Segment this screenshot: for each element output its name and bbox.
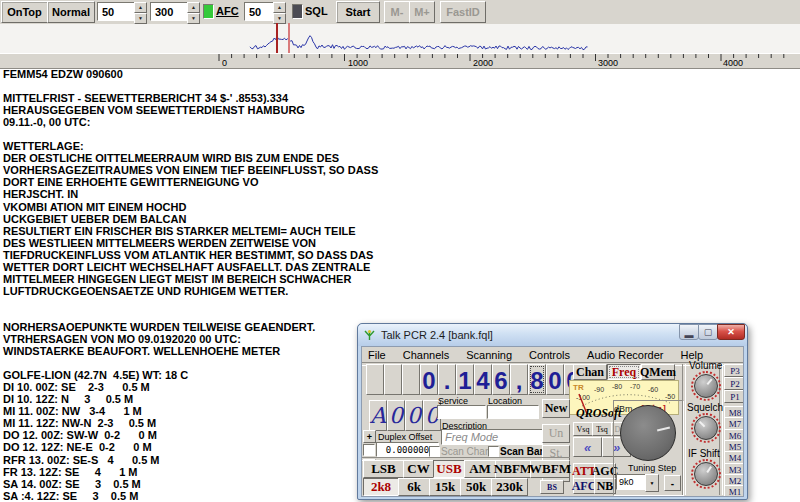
maximize-button[interactable]: ▢ <box>698 324 718 340</box>
freq-digit-1[interactable] <box>384 364 402 395</box>
afc-toggle[interactable]: AFC <box>216 5 239 17</box>
if-shift-knob[interactable] <box>691 459 721 489</box>
space-tone-marker[interactable] <box>288 23 290 53</box>
filter-230k-button[interactable]: 230k <box>491 478 528 496</box>
ruler-label-2000: 2000 <box>473 58 493 68</box>
shift-input[interactable]: 300 <box>150 2 192 21</box>
mode-lsb-button[interactable]: LSB <box>363 460 404 478</box>
location-input[interactable] <box>487 405 539 419</box>
freq-tab[interactable]: Freq <box>607 364 641 380</box>
maximize-icon: ▢ <box>704 327 713 337</box>
scan-down-button[interactable]: « <box>573 437 602 457</box>
fastid-button[interactable]: FastID <box>440 1 486 23</box>
un-button[interactable]: Un <box>542 424 570 443</box>
frequency-ruler[interactable]: 0 1000 2000 3000 4000 <box>0 53 800 69</box>
scan-bank-checkbox[interactable] <box>488 446 499 457</box>
vsq-button[interactable]: Vsq <box>573 422 593 436</box>
if-shift-knob-pointer-icon <box>706 466 712 473</box>
mode-wbfm-button[interactable]: WBFM <box>530 460 570 478</box>
freq-digit-3[interactable]: 0 <box>420 364 438 395</box>
filter-2k8-button[interactable]: 2k8 <box>363 478 399 496</box>
freq-digit-5[interactable]: 1 <box>456 364 474 395</box>
sql-led-icon <box>292 4 303 19</box>
channel-char-0[interactable]: A <box>369 400 387 431</box>
tuning-step-dropdown-icon[interactable]: ▼ <box>645 474 659 492</box>
mark-tone-marker[interactable] <box>276 23 278 53</box>
start-button[interactable]: Start <box>336 1 380 23</box>
normal-button[interactable]: Normal <box>47 1 95 23</box>
pcr-window-title: Talk PCR 2.4 [bank.fql] <box>381 329 493 341</box>
freq-digit-2[interactable] <box>402 364 420 395</box>
afc-button[interactable]: AFC <box>573 478 595 494</box>
volume-knob[interactable] <box>691 371 721 401</box>
service-input[interactable] <box>437 405 486 419</box>
freq-digit-7[interactable]: 6 <box>492 364 510 395</box>
p3-button[interactable]: P3 <box>724 364 744 377</box>
tuning-step-select[interactable]: 9k0 <box>616 474 647 490</box>
tuning-knob[interactable] <box>620 405 676 461</box>
tsq-button[interactable]: Tsq <box>592 422 612 436</box>
minimize-button[interactable]: ▬ <box>679 324 699 340</box>
freq-digit-6[interactable]: 4 <box>474 364 492 395</box>
speed-down-icon[interactable]: ▼ <box>134 13 147 24</box>
scan-chan-checkbox[interactable] <box>429 446 440 457</box>
menu-channels[interactable]: Channels <box>403 349 449 361</box>
chevron-left-icon: « <box>584 440 591 455</box>
afc-value-stepper[interactable]: ▲ ▼ <box>273 2 286 24</box>
channel-char-2[interactable]: 0 <box>405 400 423 431</box>
shift-down-icon[interactable]: ▼ <box>187 13 200 24</box>
p1-button[interactable]: P1 <box>724 390 744 403</box>
tuning-step-minus-button[interactable]: - <box>664 475 681 491</box>
ontop-button[interactable]: OnTop <box>1 1 48 23</box>
minimize-icon: ▬ <box>685 330 694 340</box>
channel-char-1[interactable]: 0 <box>387 400 405 431</box>
shift-up-icon[interactable]: ▲ <box>187 2 200 13</box>
memory-plus-button[interactable]: M+ <box>409 1 435 23</box>
volume-knob-pointer-icon <box>707 378 713 385</box>
memory-channel-display[interactable]: A 0 0 0 <box>369 400 441 431</box>
menu-file[interactable]: File <box>368 349 386 361</box>
frequency-display[interactable]: 0 . 1 4 6 , 8 0 0 <box>366 364 582 395</box>
spectrum-display[interactable] <box>0 24 800 53</box>
close-button[interactable]: ✕ <box>717 324 745 340</box>
menu-scanning[interactable]: Scanning <box>466 349 512 361</box>
chan-tab[interactable]: Chan <box>573 364 607 380</box>
afc-up-icon[interactable]: ▲ <box>273 2 286 13</box>
menu-controls[interactable]: Controls <box>529 349 570 361</box>
speed-up-icon[interactable]: ▲ <box>134 2 147 13</box>
menu-help[interactable]: Help <box>681 349 704 361</box>
memory-minus-button[interactable]: M- <box>384 1 410 23</box>
divider-knob-column <box>682 364 686 495</box>
pcr-window: Talk PCR 2.4 [bank.fql] ▬ ▢ ✕ File Chann… <box>357 323 748 500</box>
freq-digit-4[interactable]: . <box>438 364 456 395</box>
mode-am-button[interactable]: AM <box>464 460 496 478</box>
menu-audio-recorder[interactable]: Audio Recorder <box>587 349 663 361</box>
bs-button[interactable]: BS <box>540 480 564 494</box>
freq-digit-0[interactable] <box>366 364 384 395</box>
mode-usb-button[interactable]: USB <box>433 460 465 478</box>
freq-digit-8[interactable]: , <box>510 364 528 395</box>
m1-button[interactable]: M1 <box>724 485 744 497</box>
afc-down-icon[interactable]: ▼ <box>273 13 286 24</box>
ruler-label-0: 0 <box>222 58 227 68</box>
squelch-knob[interactable] <box>691 413 721 443</box>
freq-digit-9[interactable]: 8 <box>528 364 546 395</box>
filter-15k-button[interactable]: 15k <box>429 478 461 496</box>
p2-button[interactable]: P2 <box>724 377 744 390</box>
qmem-tab[interactable]: QMem <box>641 364 675 380</box>
mode-nbfm-button[interactable]: NBFM <box>495 460 531 478</box>
filter-6k-button[interactable]: 6k <box>398 478 430 496</box>
scan-chan-label: Scan Chan <box>441 446 490 457</box>
shift-stepper[interactable]: ▲ ▼ <box>187 2 200 24</box>
pcr-client-area: File Channels Scanning Controls Audio Re… <box>361 346 744 497</box>
duplex-checkbox[interactable] <box>363 444 375 456</box>
new-button[interactable]: New <box>542 399 570 418</box>
description-input[interactable]: Freq Mode <box>441 429 543 445</box>
speed-stepper[interactable]: ▲ ▼ <box>134 2 147 24</box>
speed-input[interactable]: 50 <box>97 2 139 21</box>
freq-digit-10[interactable]: 0 <box>546 364 564 395</box>
mode-cw-button[interactable]: CW <box>403 460 434 478</box>
sql-toggle[interactable]: SQL <box>305 5 328 17</box>
duplex-plus-button[interactable]: + <box>363 430 376 443</box>
filter-50k-button[interactable]: 50k <box>460 478 492 496</box>
